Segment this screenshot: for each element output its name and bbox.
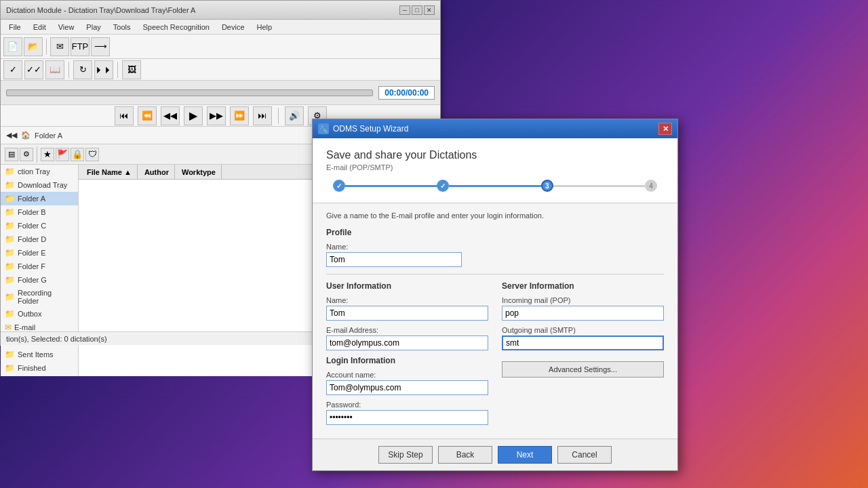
col-worktype[interactable]: Worktype [176,165,222,179]
menu-edit[interactable]: Edit [28,22,52,33]
two-col-section: User Information Name: E-mail Address: L… [326,281,664,430]
account-input[interactable] [326,380,488,395]
sidebar-item-recording[interactable]: 📁 Recording Folder [1,287,78,307]
next-button[interactable]: Next [498,446,552,464]
img-btn[interactable]: 🖼 [122,60,141,79]
dialog-instruction: Give a name to the E-mail profile and en… [326,211,664,220]
step2-check: ✓ [440,182,446,190]
view-btn[interactable]: ▤ [5,148,18,161]
fast-rev-btn[interactable]: ⏪ [138,106,157,125]
minimize-button[interactable]: ─ [399,5,410,15]
time-display: 00:00/00:00 [378,86,435,100]
col-filename[interactable]: File Name ▲ [81,165,138,179]
sidebar-item-outbox[interactable]: 📁 Outbox [1,307,78,321]
user-info-section: User Information Name: E-mail Address: L… [326,281,488,430]
new-btn[interactable]: 📄 [3,37,22,56]
maximize-button[interactable]: □ [412,5,422,15]
profile-section-title: Profile [326,228,664,237]
sidebar-item-folder-g[interactable]: 📁 Folder G [1,273,78,287]
menu-bar: File Edit View Play Tools Speech Recogni… [1,20,440,35]
secure-filter[interactable]: 🛡 [85,148,99,161]
server-info-title: Server Information [502,281,664,291]
profile-name-input[interactable] [326,252,462,267]
progress-area: 00:00/00:00 [1,81,440,105]
sidebar-item-folder-a[interactable]: 📁 Folder A [1,192,78,205]
advanced-settings-button[interactable]: Advanced Settings... [502,361,664,378]
dialog-subtitle: E-mail (POP/SMTP) [326,163,664,171]
toolbar-2: ✓ ✓✓ 📖 ↻ ⏵⏵ 🖼 [1,59,440,81]
col-author[interactable]: Author [139,165,175,179]
sidebar-item-folder-e[interactable]: 📁 Folder E [1,246,78,260]
share-btn[interactable]: ⟶ [91,37,110,56]
menu-help[interactable]: Help [252,22,278,33]
sidebar-item-finished[interactable]: 📁 Finished [1,361,78,375]
section-divider [326,274,664,274]
wizard-line-2 [449,185,540,187]
open-btn[interactable]: 📂 [24,37,43,56]
close-button[interactable]: ✕ [424,5,435,15]
slow-fwd-btn[interactable]: ▶▶ [207,106,226,125]
login-section-title: Login Information [326,356,488,365]
next-track-btn[interactable]: ⏭ [253,106,272,125]
flag-filter[interactable]: 🚩 [56,148,69,161]
menu-device[interactable]: Device [216,22,250,33]
book-btn[interactable]: 📖 [45,60,64,79]
sidebar-item-folder-c[interactable]: 📁 Folder C [1,219,78,232]
dialog-titlebar: 🔧 ODMS Setup Wizard ✕ [313,119,677,138]
sidebar-item-download-tray[interactable]: 📁 Download Tray [1,178,78,192]
user-name-label: Name: [326,296,488,304]
refresh-btn[interactable]: ↻ [73,60,92,79]
outgoing-input[interactable] [502,336,664,350]
check2-btn[interactable]: ✓✓ [24,60,43,79]
skip-step-button[interactable]: Skip Step [378,446,433,464]
menu-speech[interactable]: Speech Recognition [137,22,214,33]
outgoing-row: Outgoing mail (SMTP) [502,326,664,350]
password-row: Password: [326,401,488,425]
play-btn[interactable]: ▶ [184,106,203,125]
email-input[interactable] [326,336,488,350]
sep4 [278,108,279,124]
menu-play[interactable]: Play [81,22,106,33]
slow-rev-btn[interactable]: ◀◀ [161,106,180,125]
breadcrumb-nav[interactable]: ◀◀ [6,131,17,140]
app-title: Dictation Module - Dictation Tray\Downlo… [6,6,195,14]
email-btn[interactable]: ✉ [50,37,69,56]
window-controls: ─ □ ✕ [399,5,435,15]
password-label: Password: [326,401,488,409]
menu-tools[interactable]: Tools [108,22,136,33]
sidebar-item-folder-f[interactable]: 📁 Folder F [1,260,78,273]
sep5 [37,146,37,163]
password-input[interactable] [326,410,488,425]
sidebar-item-sent[interactable]: 📁 Sent Items [1,348,78,361]
menu-file[interactable]: File [3,22,26,33]
outgoing-label: Outgoing mail (SMTP) [502,326,664,334]
step-btn[interactable]: ⏵⏵ [94,60,113,79]
sidebar-item-folder-d[interactable]: 📁 Folder D [1,232,78,246]
prev-track-btn[interactable]: ⏮ [115,106,134,125]
fast-fwd-btn[interactable]: ⏩ [230,106,249,125]
login-section: Login Information Account name: Password… [326,356,488,425]
dialog-close-button[interactable]: ✕ [658,123,672,135]
cancel-button[interactable]: Cancel [557,446,612,464]
user-name-input[interactable] [326,306,488,321]
star-filter[interactable]: ★ [41,148,54,161]
app-titlebar: Dictation Module - Dictation Tray\Downlo… [1,1,440,20]
sidebar-item-folder-b[interactable]: 📁 Folder B [1,205,78,219]
wizard-line-3 [553,185,645,187]
lock-filter[interactable]: 🔒 [71,148,84,161]
incoming-label: Incoming mail (POP) [502,296,664,304]
progress-bar [6,89,373,96]
prop-btn[interactable]: ⚙ [20,148,33,161]
sep2 [68,62,69,78]
ftp-btn[interactable]: FTP [71,37,90,56]
account-label: Account name: [326,371,488,379]
speaker-btn[interactable]: 🔊 [285,106,304,125]
back-button[interactable]: Back [438,446,492,464]
sep3 [117,62,118,78]
profile-name-row: Name: [326,243,664,267]
check-btn[interactable]: ✓ [3,60,22,79]
menu-view[interactable]: View [53,22,80,33]
step1-check: ✓ [336,182,342,190]
sidebar-item-dictation-tray[interactable]: 📁 ction Tray [1,165,78,178]
incoming-input[interactable] [502,306,664,321]
